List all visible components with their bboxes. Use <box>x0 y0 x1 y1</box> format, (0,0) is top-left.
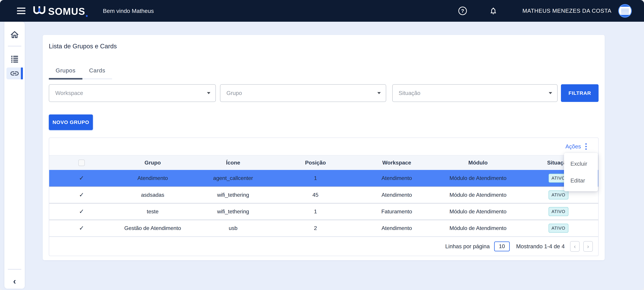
row-check-icon[interactable]: ✓ <box>79 191 84 198</box>
sidebar-item-home[interactable] <box>10 30 20 40</box>
groups-table: Grupo Ícone Posição Workspace Módulo Sit… <box>49 155 598 236</box>
column-header-icone: Ícone <box>192 155 275 170</box>
sidebar-item-list[interactable] <box>10 54 19 63</box>
table-footer: Linhas por página Mostrando 1-4 de 4 ‹ › <box>49 236 598 256</box>
cell-workspace: Atendimento <box>356 186 437 203</box>
page-title: Lista de Grupos e Cards <box>49 35 598 50</box>
table-row[interactable]: ✓ asdsadas wifi_tethering 45 Atendimento… <box>49 186 598 203</box>
status-badge: ATIVO <box>548 207 568 216</box>
novo-grupo-button[interactable]: NOVO GRUPO <box>49 114 93 130</box>
rows-per-page-input[interactable] <box>494 242 510 251</box>
workspace-placeholder: Workspace <box>55 90 83 96</box>
brand-dot: . <box>85 10 88 16</box>
tab-cards[interactable]: Cards <box>82 67 112 79</box>
sidebar: ‹ <box>4 22 25 289</box>
sidebar-collapse-icon[interactable]: ‹ <box>4 277 25 286</box>
showing-range-text: Mostrando 1-4 de 4 <box>516 243 565 250</box>
row-check-icon[interactable]: ✓ <box>79 208 84 215</box>
welcome-text: Bem vindo Matheus <box>103 8 154 14</box>
help-icon[interactable]: ? <box>458 6 467 15</box>
situacao-select[interactable]: Situação <box>392 84 558 102</box>
chevron-down-icon <box>377 92 381 94</box>
chevron-right-icon: › <box>587 243 589 250</box>
table-actions-row: Ações <box>49 138 598 155</box>
app-screen: SOMUS . Bem vindo Matheus ? MATHEUS MENE… <box>0 0 644 290</box>
column-header-grupo: Grupo <box>114 155 192 170</box>
link-icon <box>10 68 20 78</box>
cell-modulo: Módulo de Atendimento <box>437 170 518 186</box>
acoes-link[interactable]: Ações <box>565 143 581 150</box>
cell-posicao: 1 <box>275 203 356 220</box>
grupo-select[interactable]: Grupo <box>220 84 386 102</box>
menu-item-editar[interactable]: Editar <box>564 172 598 189</box>
avatar[interactable] <box>618 4 632 18</box>
workspace-select[interactable]: Workspace <box>49 84 216 102</box>
filtrar-button[interactable]: FILTRAR <box>561 84 598 102</box>
column-header-modulo: Módulo <box>437 155 518 170</box>
cell-grupo: Gestão de Atendimento <box>114 220 192 236</box>
list-icon <box>10 54 19 63</box>
acoes-context-menu: Excluir Editar <box>564 153 598 191</box>
sidebar-divider <box>8 269 21 270</box>
cell-icone: agent_callcenter <box>192 170 275 186</box>
active-indicator-bar <box>21 68 23 79</box>
status-badge: ATIVO <box>548 190 568 200</box>
cell-modulo: Módulo de Atendimento <box>437 186 518 203</box>
select-all-checkbox[interactable] <box>78 160 85 166</box>
chevron-down-icon <box>207 92 210 94</box>
chevron-down-icon <box>549 92 552 94</box>
cell-icone: wifi_tethering <box>192 186 275 203</box>
cell-grupo: Atendimento <box>114 170 192 186</box>
rows-per-page-label: Linhas por página <box>445 243 490 250</box>
menu-item-excluir[interactable]: Excluir <box>564 155 598 172</box>
table-row[interactable]: ✓ teste wifi_tethering 1 Faturamento Mód… <box>49 203 598 220</box>
table-row[interactable]: ✓ Atendimento agent_callcenter 1 Atendim… <box>49 170 598 186</box>
somus-monogram-icon <box>33 6 46 16</box>
cell-grupo: asdsadas <box>114 186 192 203</box>
groups-table-container: Ações Grupo Ícone Posição Workspace Módu… <box>49 138 598 256</box>
cell-icone: usb <box>192 220 275 236</box>
cell-posicao: 1 <box>275 170 356 186</box>
grupo-placeholder: Grupo <box>226 90 242 96</box>
column-header-workspace: Workspace <box>356 155 437 170</box>
brand-logo[interactable]: SOMUS . <box>33 6 88 16</box>
sidebar-divider <box>8 46 21 46</box>
row-check-icon[interactable]: ✓ <box>79 174 84 182</box>
cell-posicao: 2 <box>275 220 356 236</box>
user-name[interactable]: MATHEUS MENEZES DA COSTA <box>522 8 612 14</box>
home-icon <box>10 30 20 40</box>
cell-modulo: Módulo de Atendimento <box>437 220 518 236</box>
cell-grupo: teste <box>114 203 192 220</box>
hamburger-menu-icon[interactable] <box>17 8 26 14</box>
column-header-posicao: Posição <box>275 155 356 170</box>
table-header-row: Grupo Ícone Posição Workspace Módulo Sit… <box>49 155 598 170</box>
prev-page-button[interactable]: ‹ <box>570 241 580 252</box>
cell-posicao: 45 <box>275 186 356 203</box>
notifications-bell-icon[interactable] <box>489 7 497 15</box>
cell-workspace: Atendimento <box>356 170 437 186</box>
header-select-all <box>49 155 114 170</box>
next-page-button[interactable]: › <box>583 241 593 252</box>
cell-workspace: Faturamento <box>356 203 437 220</box>
main-card: Lista de Grupos e Cards Grupos Cards Wor… <box>43 35 605 260</box>
brand-name: SOMUS <box>48 6 85 16</box>
cell-modulo: Módulo de Atendimento <box>437 203 518 220</box>
tab-grupos[interactable]: Grupos <box>49 67 82 79</box>
situacao-placeholder: Situação <box>399 90 420 96</box>
cell-workspace: Atendimento <box>356 220 437 236</box>
cell-icone: wifi_tethering <box>192 203 275 220</box>
more-vert-icon[interactable] <box>585 143 588 150</box>
sidebar-item-links-active[interactable] <box>6 68 23 79</box>
filter-bar: Workspace Grupo Situação FILTRAR <box>49 84 598 102</box>
row-check-icon[interactable]: ✓ <box>79 224 84 232</box>
status-badge: ATIVO <box>548 224 568 233</box>
table-row[interactable]: ✓ Gestão de Atendimento usb 2 Atendiment… <box>49 220 598 236</box>
chevron-left-icon: ‹ <box>574 243 576 250</box>
avatar-image-detail <box>621 8 629 14</box>
tab-bar: Grupos Cards <box>49 67 112 79</box>
topbar: SOMUS . Bem vindo Matheus ? MATHEUS MENE… <box>0 0 644 22</box>
